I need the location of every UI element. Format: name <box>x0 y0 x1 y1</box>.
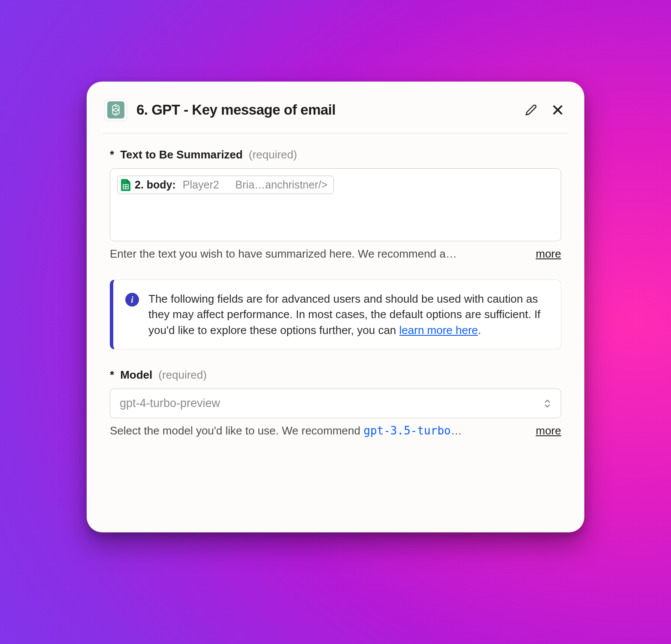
model-field-label-row: * Model (required) <box>110 368 561 382</box>
required-asterisk: * <box>110 368 114 382</box>
pill-value-2: Bria…anchristner/> <box>236 179 328 191</box>
panel-title: 6. GPT - Key message of email <box>136 102 513 118</box>
close-icon <box>551 103 564 116</box>
info-suffix: . <box>478 324 481 337</box>
required-asterisk: * <box>110 148 114 161</box>
text-field-label: Text to Be Summarized <box>120 148 243 161</box>
model-selected-value: gpt-4-turbo-preview <box>120 397 220 410</box>
model-helper-row: Select the model you'd like to use. We r… <box>110 424 561 437</box>
text-helper: Enter the text you wish to have summariz… <box>110 247 526 261</box>
pill-prefix: 2. body: <box>135 179 176 191</box>
info-icon: i <box>125 293 139 307</box>
required-tag: (required) <box>158 368 207 382</box>
required-tag: (required) <box>249 148 297 161</box>
panel-body: * Text to Be Summarized (required) 2. bo… <box>103 134 568 437</box>
mapped-field-pill[interactable]: 2. body: Player2 Bria…anchristner/> <box>117 176 334 194</box>
openai-icon <box>107 101 124 118</box>
model-helper-suffix: … <box>451 424 462 437</box>
model-helper-prefix: Select the model you'd like to use. We r… <box>110 424 363 437</box>
model-more-link[interactable]: more <box>536 424 561 437</box>
app-icon-container <box>105 99 127 121</box>
learn-more-link[interactable]: learn more here <box>399 324 478 337</box>
edit-button[interactable] <box>523 101 540 118</box>
info-body: The following fields are for advanced us… <box>148 292 541 337</box>
model-helper: Select the model you'd like to use. We r… <box>110 424 526 437</box>
model-field-label: Model <box>120 368 152 382</box>
text-field-label-row: * Text to Be Summarized (required) <box>110 148 561 161</box>
panel-header: 6. GPT - Key message of email <box>103 95 568 134</box>
advanced-info-callout: i The following fields are for advanced … <box>110 279 561 349</box>
info-text: The following fields are for advanced us… <box>148 291 548 338</box>
model-helper-code: gpt-3.5-turbo <box>363 424 451 437</box>
config-panel: 6. GPT - Key message of email * Text to … <box>87 82 584 532</box>
select-chevrons-icon <box>544 398 551 409</box>
model-select[interactable]: gpt-4-turbo-preview <box>110 389 561 418</box>
google-sheets-icon <box>121 179 130 191</box>
model-section: * Model (required) gpt-4-turbo-preview S… <box>110 368 561 437</box>
text-helper-row: Enter the text you wish to have summariz… <box>110 247 561 261</box>
text-to-summarize-input[interactable]: 2. body: Player2 Bria…anchristner/> <box>110 168 561 241</box>
text-more-link[interactable]: more <box>536 247 561 261</box>
pencil-icon <box>525 104 537 116</box>
close-button[interactable] <box>549 101 566 118</box>
pill-value-1: Player2 <box>183 179 219 191</box>
